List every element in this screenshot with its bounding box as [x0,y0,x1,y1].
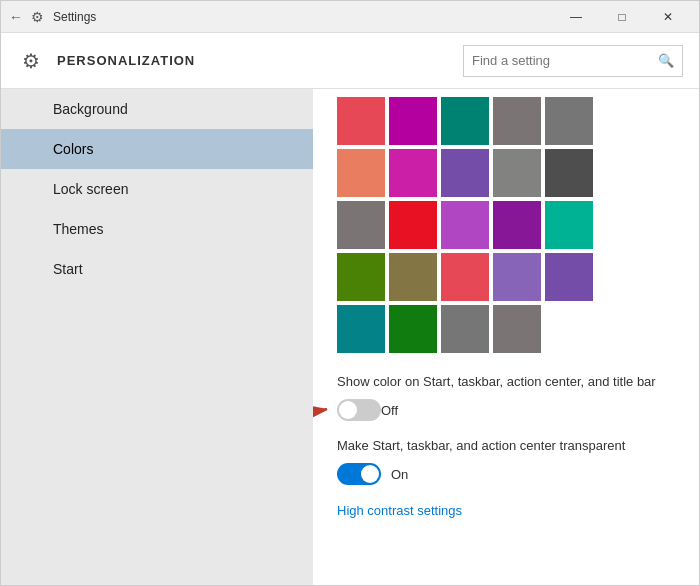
color-swatch[interactable] [493,305,541,353]
transparent-label: Make Start, taskbar, and action center t… [337,437,675,455]
color-swatch[interactable] [441,149,489,197]
color-swatch[interactable] [389,305,437,353]
page-title: PERSONALIZATION [57,53,463,68]
color-swatch[interactable] [441,305,489,353]
color-grid [337,89,675,353]
back-button[interactable]: ← [9,9,25,25]
high-contrast-link[interactable]: High contrast settings [337,503,462,518]
color-swatch-empty [545,305,593,353]
color-swatch[interactable] [389,97,437,145]
transparent-setting: Make Start, taskbar, and action center t… [337,437,675,485]
sidebar-item-colors[interactable]: Colors [1,129,313,169]
svg-line-3 [313,409,327,437]
transparent-toggle[interactable] [337,463,381,485]
show-color-toggle[interactable] [337,399,381,421]
svg-line-1 [313,409,327,429]
color-swatch[interactable] [389,201,437,249]
color-swatch[interactable] [441,201,489,249]
color-swatch[interactable] [545,253,593,301]
minimize-button[interactable]: — [553,1,599,33]
color-swatch[interactable] [441,253,489,301]
color-swatch[interactable] [337,253,385,301]
settings-window: ← ⚙ Settings — □ ✕ ⚙ PERSONALIZATION 🔍 B… [0,0,700,586]
color-swatch[interactable] [337,149,385,197]
color-swatch[interactable] [389,253,437,301]
color-swatch[interactable] [389,149,437,197]
color-swatch[interactable] [545,149,593,197]
show-color-label: Show color on Start, taskbar, action cen… [337,373,675,391]
color-swatch[interactable] [337,305,385,353]
transparent-toggle-label: On [391,467,408,482]
settings-title-icon: ⚙ [31,9,47,25]
color-swatch[interactable] [493,149,541,197]
color-swatch[interactable] [493,201,541,249]
color-swatch[interactable] [441,97,489,145]
colors-panel: Show color on Start, taskbar, action cen… [313,89,699,585]
window-title: Settings [53,10,553,24]
color-swatch[interactable] [337,97,385,145]
header: ⚙ PERSONALIZATION 🔍 [1,33,699,89]
sidebar-item-background[interactable]: Background [1,89,313,129]
show-color-toggle-row: Off [337,399,675,421]
sidebar-item-themes[interactable]: Themes [1,209,313,249]
sidebar-item-lock-screen[interactable]: Lock screen [1,169,313,209]
search-box[interactable]: 🔍 [463,45,683,77]
color-swatch[interactable] [545,201,593,249]
show-color-toggle-label: Off [381,403,398,418]
search-icon: 🔍 [658,53,674,68]
main-content: Background Colors Lock screen Themes Sta… [1,89,699,585]
sidebar: Background Colors Lock screen Themes Sta… [1,89,313,585]
titlebar: ← ⚙ Settings — □ ✕ [1,1,699,33]
color-swatch[interactable] [493,97,541,145]
color-swatch[interactable] [545,97,593,145]
color-swatch[interactable] [337,201,385,249]
search-input[interactable] [472,53,658,68]
maximize-button[interactable]: □ [599,1,645,33]
close-button[interactable]: ✕ [645,1,691,33]
show-color-setting: Show color on Start, taskbar, action cen… [337,373,675,421]
window-controls: — □ ✕ [553,1,691,33]
transparent-toggle-row: On [337,463,675,485]
sidebar-item-start[interactable]: Start [1,249,313,289]
color-swatch[interactable] [493,253,541,301]
personalization-icon: ⚙ [17,47,45,75]
